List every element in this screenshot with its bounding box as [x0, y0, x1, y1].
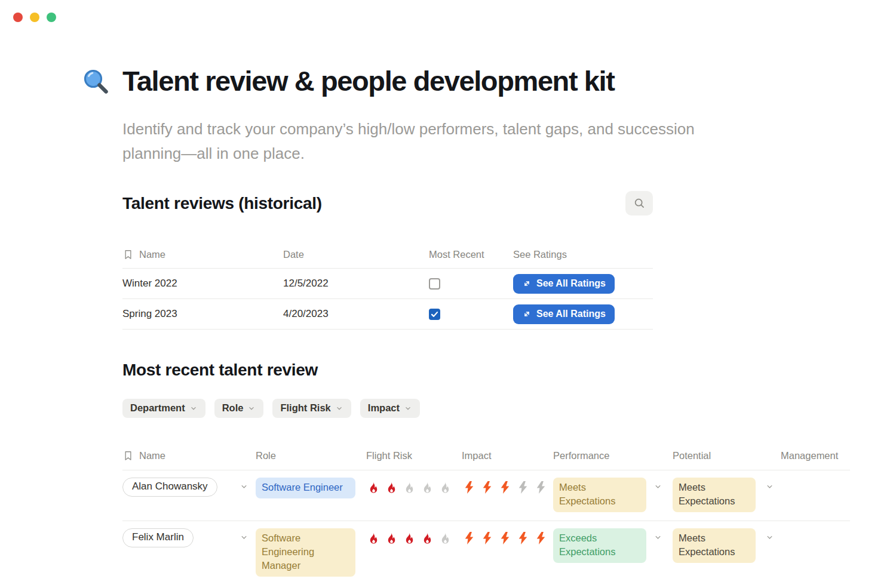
chevron-down-icon [189, 404, 198, 412]
table-header-row: Name Role Flight Risk Impact Performance… [122, 442, 850, 470]
chevron-down-icon[interactable] [240, 482, 248, 491]
column-header-flight-risk[interactable]: Flight Risk [366, 450, 462, 461]
column-header-most-recent[interactable]: Most Recent [429, 249, 513, 260]
lightning-bolt-icon [515, 480, 530, 495]
column-header-see-ratings[interactable]: See Ratings [513, 249, 653, 260]
column-header-date[interactable]: Date [283, 249, 429, 260]
impact-rating[interactable] [462, 480, 553, 495]
historical-reviews-table: Name Date Most Recent See Ratings Winter… [122, 241, 653, 330]
lightning-bolt-icon [533, 480, 548, 495]
most-recent-checkbox[interactable] [429, 309, 440, 320]
chevron-down-icon [247, 404, 256, 412]
potential-tag[interactable]: Meets Expectations [673, 528, 756, 563]
fire-icon [402, 480, 417, 495]
fire-icon [438, 480, 453, 495]
fire-icon [420, 480, 435, 495]
person-name-pill[interactable]: Felix Marlin [122, 528, 194, 547]
fire-icon [420, 531, 435, 546]
flight-risk-rating[interactable] [366, 531, 462, 546]
magnifier-emoji-icon [81, 67, 110, 96]
lightning-bolt-icon [462, 480, 477, 495]
table-row: Felix Marlin Software Engineering Manage… [122, 521, 850, 585]
impact-rating[interactable] [462, 531, 553, 546]
zoom-window-icon[interactable] [47, 13, 56, 22]
search-button[interactable] [625, 191, 653, 216]
chevron-down-icon[interactable] [765, 533, 774, 542]
table-row: Winter 2022 12/5/2022 See All Ratings [122, 269, 653, 299]
lightning-bolt-icon [462, 531, 477, 546]
table-row: Alan Chowansky Software Engineer Meets E… [122, 470, 850, 521]
lightning-bolt-icon [480, 480, 495, 495]
chevron-down-icon [404, 404, 412, 412]
minimize-window-icon[interactable] [30, 13, 39, 22]
search-icon [633, 197, 646, 210]
column-header-management[interactable]: Management [781, 450, 850, 461]
review-name[interactable]: Spring 2023 [122, 308, 283, 320]
expand-diagonal-arrow-icon [522, 279, 532, 288]
filter-department[interactable]: Department [122, 399, 205, 418]
see-all-ratings-button[interactable]: See All Ratings [513, 304, 615, 324]
filter-flight-risk[interactable]: Flight Risk [272, 399, 351, 418]
talent-review-table: Name Role Flight Risk Impact Performance… [122, 442, 850, 585]
bookmark-icon [122, 450, 134, 461]
lightning-bolt-icon [498, 531, 513, 546]
fire-icon [366, 480, 381, 495]
potential-tag[interactable]: Meets Expectations [673, 478, 756, 512]
performance-tag[interactable]: Exceeds Expectations [553, 528, 646, 563]
recent-section-heading: Most recent talent review [122, 361, 318, 380]
filter-role[interactable]: Role [214, 399, 264, 418]
role-tag[interactable]: Software Engineer [256, 478, 355, 498]
lightning-bolt-icon [515, 531, 530, 546]
fire-icon [384, 480, 399, 495]
window-controls [13, 13, 56, 22]
app-window: Talent review & people development kit I… [0, 0, 896, 588]
person-name-pill[interactable]: Alan Chowansky [122, 478, 217, 497]
most-recent-checkbox[interactable] [429, 278, 440, 290]
chevron-down-icon[interactable] [653, 533, 662, 542]
table-row: Spring 2023 4/20/2023 See All Ratings [122, 299, 653, 330]
fire-icon [384, 531, 399, 546]
review-date[interactable]: 4/20/2023 [283, 308, 429, 320]
column-header-impact[interactable]: Impact [462, 450, 553, 461]
filter-bar: Department Role Flight Risk Impact [122, 399, 420, 418]
column-header-potential[interactable]: Potential [673, 450, 781, 461]
see-all-ratings-button[interactable]: See All Ratings [513, 274, 615, 294]
review-date[interactable]: 12/5/2022 [283, 278, 429, 290]
bookmark-icon [122, 249, 134, 260]
flight-risk-rating[interactable] [366, 480, 462, 495]
fire-icon [402, 531, 417, 546]
column-header-name[interactable]: Name [139, 450, 165, 461]
chevron-down-icon[interactable] [653, 482, 662, 491]
page-subtitle: Identify and track your company’s high/l… [122, 117, 726, 166]
role-tag[interactable]: Software Engineering Manager [256, 528, 355, 577]
column-header-name[interactable]: Name [139, 249, 165, 260]
fire-icon [366, 531, 381, 546]
chevron-down-icon[interactable] [240, 533, 248, 542]
filter-impact[interactable]: Impact [360, 399, 420, 418]
review-name[interactable]: Winter 2022 [122, 278, 283, 290]
expand-diagonal-arrow-icon [522, 309, 532, 319]
chevron-down-icon[interactable] [765, 482, 774, 491]
close-window-icon[interactable] [13, 13, 23, 22]
column-header-performance[interactable]: Performance [553, 450, 673, 461]
fire-icon [438, 531, 453, 546]
performance-tag[interactable]: Meets Expectations [553, 478, 646, 512]
column-header-role[interactable]: Role [256, 450, 366, 461]
chevron-down-icon [335, 404, 343, 412]
page-title: Talent review & people development kit [122, 64, 614, 97]
table-header-row: Name Date Most Recent See Ratings [122, 241, 653, 269]
lightning-bolt-icon [533, 531, 548, 546]
historical-section-heading: Talent reviews (historical) [122, 194, 322, 213]
lightning-bolt-icon [498, 480, 513, 495]
lightning-bolt-icon [480, 531, 495, 546]
